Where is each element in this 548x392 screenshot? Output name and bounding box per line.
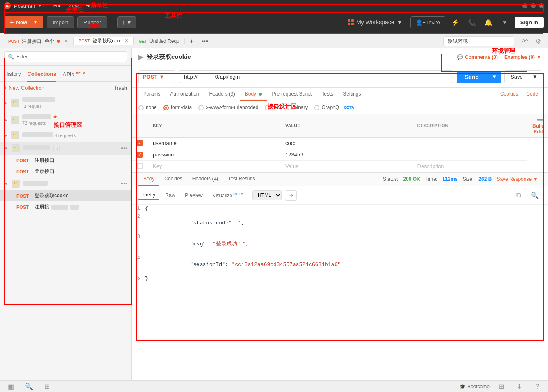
res-tab-test-results[interactable]: Test Results <box>223 173 260 186</box>
body-option-binary[interactable]: binary <box>287 105 308 110</box>
save-response-btn[interactable]: Save Response ▼ <box>497 176 538 182</box>
save-dropdown[interactable]: ▼ <box>529 71 541 83</box>
bootcamp-btn[interactable]: 🎓 Bootcamp <box>459 384 490 390</box>
sign-in-button[interactable]: Sign In <box>515 17 544 28</box>
checkbox-0[interactable]: ✓ <box>137 140 143 146</box>
format-select[interactable]: HTML <box>252 190 282 200</box>
minimize-btn[interactable]: — <box>522 3 527 8</box>
env-eye-icon[interactable]: 👁 <box>518 35 532 48</box>
add-tab-button[interactable]: + <box>185 37 198 45</box>
req-tab-pre-request[interactable]: Pre-request Script <box>267 88 317 101</box>
search-status-icon[interactable]: 🔍 <box>22 380 35 392</box>
search-response-btn[interactable]: 🔍 <box>528 189 541 202</box>
tab-close-1[interactable]: ✕ <box>124 38 128 44</box>
new-collection-button[interactable]: + New Collection <box>4 85 44 91</box>
view-tab-raw[interactable]: Raw <box>161 191 179 200</box>
form-key-0[interactable]: username <box>148 138 280 149</box>
new-button[interactable]: + New ▼ <box>4 16 43 28</box>
download-icon[interactable]: ⬇ <box>513 380 526 392</box>
new-dropdown-arrow[interactable]: ▼ <box>30 20 37 25</box>
invite-button[interactable]: 👤+ Invite <box>410 16 445 28</box>
req-tab-settings[interactable]: Settings <box>338 88 366 101</box>
notification-icon-btn[interactable]: 📞 <box>465 16 478 29</box>
res-tab-body[interactable]: Body <box>138 173 159 186</box>
req-tab-tests[interactable]: Tests <box>317 88 338 101</box>
copy-icon-btn[interactable]: ⧉ <box>512 189 525 202</box>
close-btn[interactable]: ✕ <box>539 3 544 8</box>
request-item-3[interactable]: POST 注册接 <box>0 201 131 212</box>
body-option-raw[interactable]: raw <box>265 105 280 110</box>
env-settings-icon[interactable]: ⚙ <box>532 35 545 48</box>
form-key-1[interactable]: password <box>148 149 280 161</box>
sidebar-tab-collections[interactable]: Collections <box>27 69 56 82</box>
view-tab-visualize[interactable]: Visualize BETA <box>208 190 247 200</box>
table-more-icon[interactable]: ••• <box>537 117 543 123</box>
examples-link[interactable]: Examples (0) ▼ <box>504 54 541 60</box>
request-item-1[interactable]: POST 登录接口 <box>0 166 131 177</box>
console-icon[interactable]: ▣ <box>4 380 17 392</box>
menu-edit[interactable]: Edit <box>53 3 62 9</box>
menu-view[interactable]: View <box>68 3 79 9</box>
trash-button[interactable]: Trash <box>114 85 127 91</box>
collection-run-icon[interactable]: ⊞ <box>40 380 54 392</box>
bulk-edit-btn[interactable]: Bulk Edit <box>532 123 543 135</box>
form-value-placeholder[interactable]: Value <box>280 161 412 172</box>
collection-more-exp[interactable]: ••• <box>121 145 127 152</box>
history-icon-btn[interactable]: ↕ ▼ <box>117 16 136 28</box>
save-button[interactable]: Save <box>505 71 529 83</box>
send-button[interactable]: Send <box>457 71 487 83</box>
view-tab-pretty[interactable]: Pretty <box>138 190 159 200</box>
env-input[interactable] <box>443 36 514 46</box>
req-tab-headers[interactable]: Headers (9) <box>204 88 240 101</box>
cookies-link[interactable]: Cookies <box>497 88 521 101</box>
layout-icon[interactable]: ⊞ <box>494 380 508 392</box>
filter-input-wrapper[interactable]: 🔍 Filter <box>4 51 127 62</box>
form-value-0[interactable]: coco <box>280 138 412 149</box>
heart-icon-btn[interactable]: ♥ <box>498 16 511 29</box>
res-tab-headers[interactable]: Headers (4) <box>187 173 223 186</box>
request-item-2[interactable]: POST 登录获取cookie <box>0 190 131 201</box>
sidebar-tab-history[interactable]: History <box>4 69 21 81</box>
res-tab-cookies[interactable]: Cookies <box>159 173 187 186</box>
wrap-button[interactable]: ⇒ <box>285 190 297 201</box>
body-option-graphql[interactable]: GraphQL BETA <box>314 105 354 110</box>
collection-item-0[interactable]: ▶ 📁 1 reques <box>0 94 131 111</box>
req-tab-params[interactable]: Params <box>138 88 165 101</box>
body-option-none[interactable]: none <box>138 105 157 110</box>
body-option-form-data[interactable]: form-data <box>163 105 192 110</box>
tab-2[interactable]: GET Untitled Requ <box>134 38 185 44</box>
form-value-1[interactable]: 123456 <box>280 149 412 161</box>
form-key-placeholder[interactable]: Key <box>148 161 280 172</box>
view-tab-preview[interactable]: Preview <box>181 191 207 200</box>
code-link[interactable]: Code <box>523 88 541 101</box>
tab-close-0[interactable]: ✕ <box>64 38 68 44</box>
collection-more-exp2[interactable]: ••• <box>121 180 127 187</box>
search-icon-btn[interactable]: ⚡ <box>449 16 462 29</box>
sidebar-tab-apis[interactable]: APIs BETA <box>63 69 86 81</box>
checkbox-1[interactable]: ✓ <box>137 152 143 158</box>
collection-item-2[interactable]: ▶ 📁 4 requests <box>0 128 131 142</box>
body-option-urlencoded[interactable]: x-www-form-urlencoded <box>198 105 258 110</box>
url-input[interactable] <box>179 70 453 83</box>
tab-more-button[interactable]: ••• <box>198 38 211 44</box>
send-dropdown[interactable]: ▼ <box>487 71 501 83</box>
collection-item-1[interactable]: ▶ 📁 ★ 72 requests <box>0 111 131 128</box>
menu-file[interactable]: File <box>38 3 46 9</box>
expanded-col2-item[interactable]: ▼ 📁 ••• <box>0 177 131 190</box>
workspace-button[interactable]: My Workspace ▼ <box>343 16 407 28</box>
req-tab-body[interactable]: Body <box>240 88 267 101</box>
runner-button[interactable]: Runner <box>77 16 107 28</box>
req-tab-authorization[interactable]: Authorization <box>165 88 204 101</box>
env-selector[interactable] <box>439 36 518 46</box>
alert-icon-btn[interactable]: 🔔 <box>482 16 495 29</box>
maximize-btn[interactable]: □ <box>531 3 536 8</box>
tab-1[interactable]: POST 登录获取coo ✕ <box>74 37 134 45</box>
import-button[interactable]: Import <box>47 16 74 28</box>
method-select[interactable]: POST ▼ <box>138 70 175 83</box>
tab-0[interactable]: POST 注册接口_单个 ✕ <box>3 38 74 45</box>
help-icon[interactable]: ? <box>531 380 544 392</box>
expanded-col-item[interactable]: ▼ 📁 □ ••• <box>0 142 131 155</box>
menu-help[interactable]: Help <box>85 3 96 9</box>
request-item-0[interactable]: POST 注册接口 <box>0 155 131 166</box>
comments-link[interactable]: 💬 Comments (0) <box>457 54 498 60</box>
